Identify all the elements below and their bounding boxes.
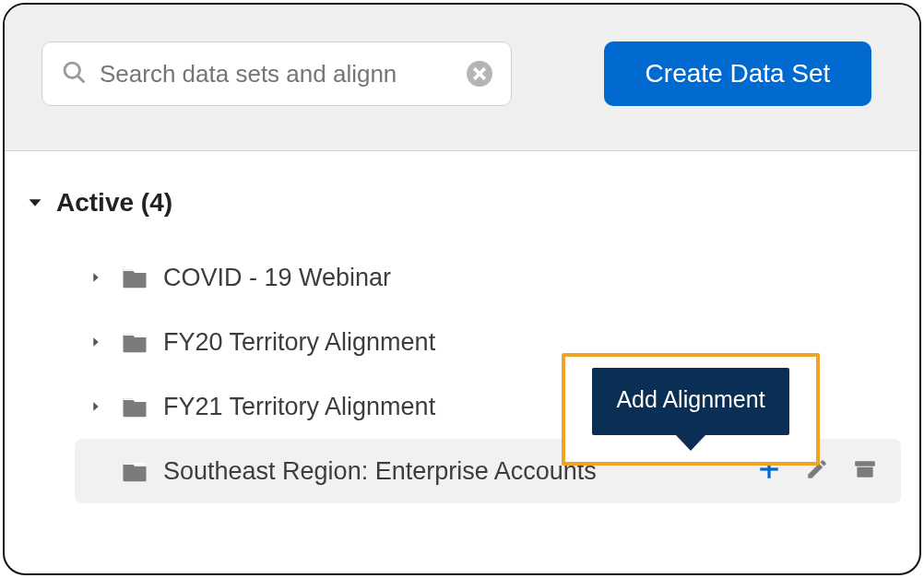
chevron-right-icon[interactable] bbox=[86, 335, 106, 349]
svg-rect-5 bbox=[124, 334, 147, 336]
svg-rect-6 bbox=[124, 398, 147, 400]
create-data-set-button[interactable]: Create Data Set bbox=[604, 41, 871, 106]
clear-search-icon[interactable] bbox=[467, 61, 492, 87]
content-area: Active (4) COVID - 19 Webinar FY20 Terri… bbox=[5, 151, 919, 503]
section-active-header[interactable]: Active (4) bbox=[23, 183, 901, 230]
archive-icon[interactable] bbox=[853, 457, 877, 485]
search-field[interactable] bbox=[41, 41, 512, 106]
data-set-row[interactable]: Southeast Region: Enterprise Accounts bbox=[75, 439, 901, 503]
folder-icon bbox=[121, 459, 148, 483]
chevron-right-icon[interactable] bbox=[86, 270, 106, 285]
data-set-row[interactable]: FY21 Territory Alignment bbox=[75, 374, 901, 439]
toolbar: Create Data Set bbox=[5, 5, 919, 151]
search-icon bbox=[61, 59, 87, 88]
folder-icon bbox=[121, 395, 148, 419]
search-input[interactable] bbox=[87, 60, 467, 88]
data-set-label: Southeast Region: Enterprise Accounts bbox=[163, 457, 742, 486]
data-set-label: FY21 Territory Alignment bbox=[163, 393, 890, 421]
edit-icon[interactable] bbox=[805, 457, 829, 485]
folder-icon bbox=[121, 265, 148, 289]
svg-rect-10 bbox=[855, 461, 875, 466]
section-title: Active (4) bbox=[56, 188, 172, 218]
chevron-right-icon[interactable] bbox=[86, 399, 106, 414]
svg-rect-7 bbox=[124, 463, 147, 465]
add-alignment-icon[interactable] bbox=[757, 457, 781, 485]
data-set-tree: COVID - 19 Webinar FY20 Territory Alignm… bbox=[75, 245, 901, 503]
app-frame: Create Data Set Active (4) COVID - 19 We… bbox=[3, 3, 921, 575]
data-set-row[interactable]: COVID - 19 Webinar bbox=[75, 245, 901, 310]
data-set-row[interactable]: FY20 Territory Alignment bbox=[75, 310, 901, 374]
data-set-label: COVID - 19 Webinar bbox=[163, 264, 890, 292]
folder-icon bbox=[121, 330, 148, 354]
svg-rect-4 bbox=[124, 269, 147, 271]
data-set-label: FY20 Territory Alignment bbox=[163, 328, 890, 357]
chevron-down-icon bbox=[25, 193, 45, 213]
svg-line-1 bbox=[78, 77, 84, 82]
row-actions bbox=[757, 457, 890, 485]
